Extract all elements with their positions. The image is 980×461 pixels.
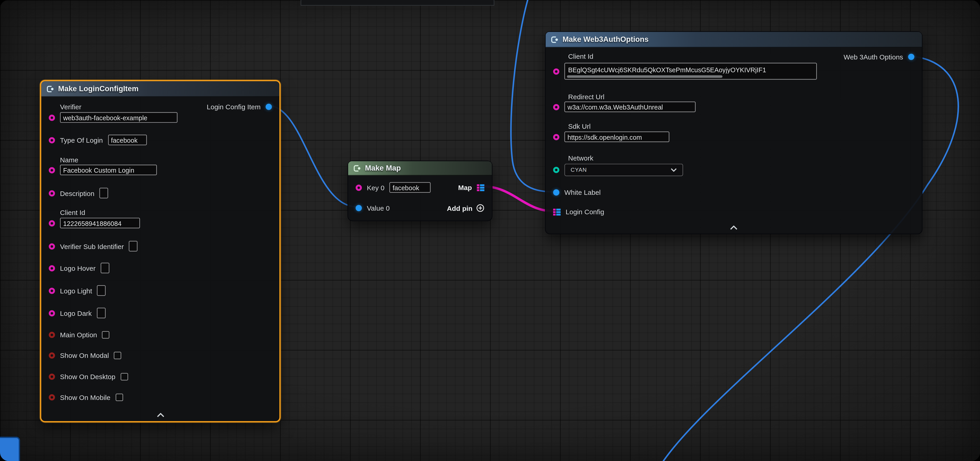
pin-label: Network: [568, 154, 593, 162]
make-struct-icon: [46, 84, 54, 93]
logo-dark-input[interactable]: [97, 308, 105, 318]
white-label-pin[interactable]: [553, 189, 559, 196]
login-config-pin[interactable]: [553, 208, 561, 215]
verifier-value-row: [49, 112, 178, 122]
blueprint-editor: Make LoginConfigItem Login Config Item V…: [0, 0, 980, 461]
add-pin-icon[interactable]: [476, 204, 485, 212]
node-header[interactable]: Make Web3AuthOptions: [546, 32, 922, 47]
pin-label: Logo Light: [60, 287, 92, 294]
make-map-icon: [353, 164, 361, 172]
map-pin-cell: [553, 208, 556, 210]
network-pin[interactable]: [553, 167, 559, 173]
key-0-pin[interactable]: [356, 184, 362, 191]
node-title: Make Web3AuthOptions: [563, 35, 649, 44]
logo-light-input[interactable]: [97, 285, 106, 296]
redirect-url-input[interactable]: [564, 102, 696, 112]
white-label-row: White Label: [553, 189, 601, 196]
name-input[interactable]: [60, 165, 157, 175]
type-of-login-pin[interactable]: [49, 137, 55, 143]
pin-label: Key 0: [367, 184, 385, 191]
collapse-chevron-icon[interactable]: [730, 226, 738, 230]
verifier-input[interactable]: [60, 112, 178, 122]
partial-node-top-edge[interactable]: [301, 0, 494, 6]
description-input[interactable]: [99, 188, 108, 198]
web3auth-options-output-row: Web 3Auth Options: [844, 53, 914, 60]
verifier-pin[interactable]: [49, 114, 55, 121]
show-on-mobile-checkbox[interactable]: [116, 394, 123, 401]
network-value-row: CYAN: [553, 164, 683, 176]
main-option-checkbox[interactable]: [102, 331, 110, 339]
chevron-down-icon: [671, 168, 677, 172]
client-id-input[interactable]: [60, 218, 140, 228]
logo-light-row: Logo Light: [49, 285, 106, 296]
client-id-input[interactable]: [565, 64, 816, 75]
pin-label: White Label: [564, 189, 601, 196]
name-label-row: Name: [60, 156, 78, 164]
name-pin[interactable]: [49, 167, 55, 173]
web3auth-options-output-pin[interactable]: [908, 54, 914, 60]
pin-label: Type Of Login: [60, 136, 103, 144]
node-header[interactable]: Make Map: [348, 161, 492, 176]
map-pin-cell: [477, 184, 479, 186]
show-on-desktop-checkbox[interactable]: [120, 373, 128, 380]
logo-hover-input[interactable]: [101, 263, 109, 273]
verifier-sub-identifier-input[interactable]: [129, 241, 137, 251]
logo-hover-pin[interactable]: [49, 265, 55, 271]
graph-canvas[interactable]: Make LoginConfigItem Login Config Item V…: [0, 0, 980, 461]
partial-node-bottom-left[interactable]: [0, 437, 20, 461]
show-on-mobile-pin[interactable]: [49, 394, 55, 401]
sdk-url-pin[interactable]: [553, 134, 559, 140]
pin-label: Main Option: [60, 331, 97, 339]
node-make-loginconfigitem[interactable]: Make LoginConfigItem Login Config Item V…: [40, 80, 281, 422]
node-title: Make LoginConfigItem: [58, 84, 138, 93]
type-of-login-row: Type Of Login: [49, 135, 146, 145]
name-value-row: [49, 165, 157, 175]
client-id-label-row: Client Id: [60, 209, 85, 216]
show-on-modal-checkbox[interactable]: [114, 352, 121, 359]
pin-label: Client Id: [568, 52, 593, 60]
wire-loginconfigitem-to-value0[interactable]: [268, 106, 357, 207]
description-pin[interactable]: [49, 190, 55, 196]
redirect-url-value-row: [553, 102, 696, 112]
client-id-pin[interactable]: [553, 68, 559, 74]
show-on-modal-pin[interactable]: [49, 352, 55, 359]
show-on-modal-row: Show On Modal: [49, 352, 121, 359]
node-header[interactable]: Make LoginConfigItem: [41, 81, 279, 97]
type-of-login-input[interactable]: [108, 135, 146, 145]
pin-label: Login Config Item: [207, 103, 261, 111]
sdk-url-value-row: [553, 132, 669, 142]
network-selected-value: CYAN: [571, 167, 587, 173]
pin-label: Value 0: [367, 204, 390, 212]
pin-label: Show On Desktop: [60, 373, 115, 380]
node-make-map[interactable]: Make Map Key 0 Map Value 0 Add pin: [347, 161, 493, 221]
value-0-pin[interactable]: [356, 205, 362, 211]
network-dropdown[interactable]: CYAN: [564, 164, 683, 176]
map-output-pin[interactable]: [477, 184, 485, 191]
collapse-chevron-icon[interactable]: [156, 413, 164, 417]
sdk-url-input[interactable]: [564, 132, 669, 142]
map-pin-cell: [480, 189, 484, 191]
node-make-web3authoptions[interactable]: Make Web3AuthOptions Web 3Auth Options C…: [545, 31, 922, 234]
map-pin-cell: [553, 211, 556, 213]
add-pin-label: Add pin: [447, 204, 473, 212]
pin-label: Show On Mobile: [60, 394, 110, 401]
key-0-row: Key 0: [356, 182, 431, 192]
verifier-sub-identifier-pin[interactable]: [49, 243, 55, 249]
main-option-pin[interactable]: [49, 332, 55, 338]
login-config-item-output-pin[interactable]: [266, 104, 272, 110]
client-id-pin[interactable]: [49, 220, 55, 226]
horizontal-scrollbar[interactable]: [567, 75, 723, 78]
logo-light-pin[interactable]: [49, 288, 55, 294]
map-pin-cell: [477, 189, 479, 191]
client-id-label-row: Client Id: [568, 52, 593, 60]
redirect-url-pin[interactable]: [553, 104, 559, 110]
pin-label: Redirect Url: [568, 93, 605, 101]
add-pin-row[interactable]: Add pin: [447, 204, 485, 212]
logo-dark-pin[interactable]: [49, 310, 55, 316]
pin-label: Client Id: [60, 209, 85, 216]
key-0-input[interactable]: [389, 182, 431, 192]
verifier-label-row: Verifier: [60, 103, 81, 111]
show-on-desktop-pin[interactable]: [49, 374, 55, 380]
pin-label: Description: [60, 189, 94, 197]
verifier-sub-identifier-row: Verifier Sub Identifier: [49, 241, 137, 251]
